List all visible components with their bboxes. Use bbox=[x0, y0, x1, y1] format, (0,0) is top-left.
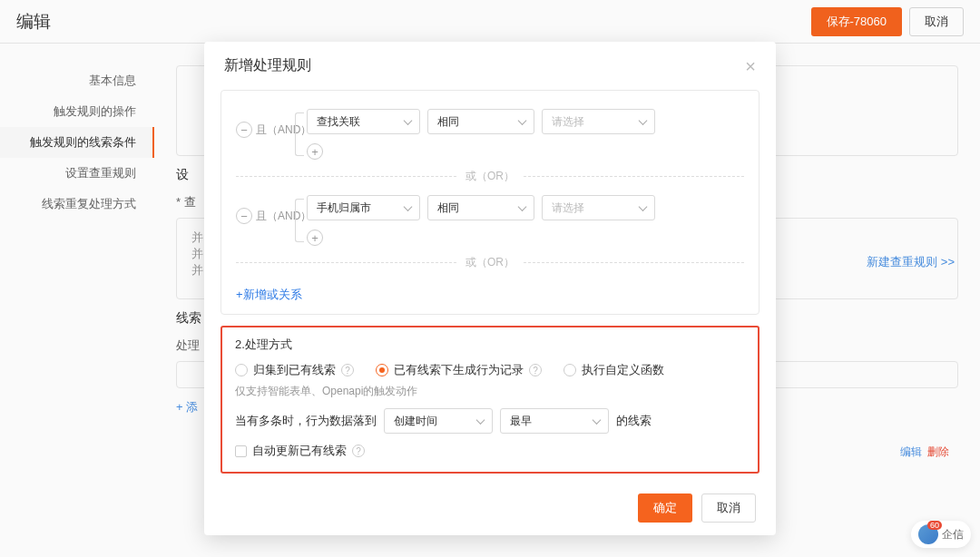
add-condition-icon[interactable]: + bbox=[307, 230, 323, 246]
modal-ok-button[interactable]: 确定 bbox=[638, 493, 692, 523]
help-icon[interactable]: ? bbox=[529, 364, 542, 376]
modal-cancel-button[interactable]: 取消 bbox=[701, 493, 756, 523]
multi-suffix-label: 的线索 bbox=[616, 413, 652, 429]
remove-group-icon[interactable]: − bbox=[236, 208, 252, 224]
modal-overlay: 新增处理规则 × − 且（AND） 查找关联 相同 请选择 + bbox=[0, 0, 980, 557]
chat-label: 企信 bbox=[942, 527, 964, 542]
condition-group-1: − 且（AND） 查找关联 相同 请选择 + bbox=[236, 109, 744, 160]
help-icon[interactable]: ? bbox=[341, 364, 354, 376]
radio-label: 归集到已有线索 bbox=[253, 362, 336, 378]
operator-select[interactable]: 相同 bbox=[427, 195, 534, 220]
help-icon[interactable]: ? bbox=[352, 445, 365, 457]
radio-label: 执行自定义函数 bbox=[582, 362, 664, 378]
value-select[interactable]: 请选择 bbox=[542, 195, 655, 220]
add-or-relation-link[interactable]: +新增或关系 bbox=[236, 287, 302, 303]
chat-badge: 60 bbox=[927, 521, 942, 530]
operator-select[interactable]: 相同 bbox=[427, 109, 534, 134]
field-select[interactable]: 查找关联 bbox=[307, 109, 420, 134]
radio-merge[interactable]: 归集到已有线索 ? bbox=[235, 362, 354, 378]
value-select[interactable]: 请选择 bbox=[542, 109, 655, 134]
or-separator: 或（OR） bbox=[236, 169, 744, 184]
radio-icon bbox=[235, 364, 248, 376]
close-icon[interactable]: × bbox=[745, 57, 756, 75]
processing-method-panel: 2.处理方式 归集到已有线索 ? 已有线索下生成行为记录 ? 执行自定义函 bbox=[220, 326, 760, 474]
condition-group-2: − 且（AND） 手机归属市 相同 请选择 + bbox=[236, 195, 744, 246]
auto-update-checkbox[interactable]: 自动更新已有线索 ? bbox=[235, 443, 745, 459]
or-separator: 或（OR） bbox=[236, 255, 744, 270]
sort-order-select[interactable]: 最早 bbox=[500, 408, 609, 434]
checkbox-label: 自动更新已有线索 bbox=[252, 443, 347, 459]
radio-behavior-record[interactable]: 已有线索下生成行为记录 ? bbox=[376, 362, 542, 378]
group-bracket bbox=[295, 112, 304, 156]
radio-custom-fn[interactable]: 执行自定义函数 bbox=[564, 362, 664, 378]
radio-icon bbox=[564, 364, 576, 376]
radio-icon bbox=[376, 364, 388, 376]
multi-prefix-label: 当有多条时，行为数据落到 bbox=[235, 413, 377, 429]
group-bracket bbox=[295, 199, 304, 242]
hint-text: 仅支持智能表单、Openapi的触发动作 bbox=[235, 384, 745, 399]
modal-title: 新增处理规则 bbox=[224, 56, 311, 75]
add-condition-icon[interactable]: + bbox=[307, 143, 323, 160]
rule-conditions-box: − 且（AND） 查找关联 相同 请选择 + 或（OR） − 且（AN bbox=[220, 90, 760, 315]
sort-field-select[interactable]: 创建时间 bbox=[384, 408, 493, 434]
chat-icon: 60 bbox=[918, 524, 938, 544]
chat-widget[interactable]: 60 企信 bbox=[911, 521, 971, 548]
remove-group-icon[interactable]: − bbox=[236, 122, 252, 138]
checkbox-icon bbox=[235, 445, 247, 457]
field-select[interactable]: 手机归属市 bbox=[307, 195, 420, 220]
section2-title: 2.处理方式 bbox=[235, 337, 745, 353]
radio-label: 已有线索下生成行为记录 bbox=[394, 362, 524, 378]
modal: 新增处理规则 × − 且（AND） 查找关联 相同 请选择 + bbox=[204, 42, 776, 535]
